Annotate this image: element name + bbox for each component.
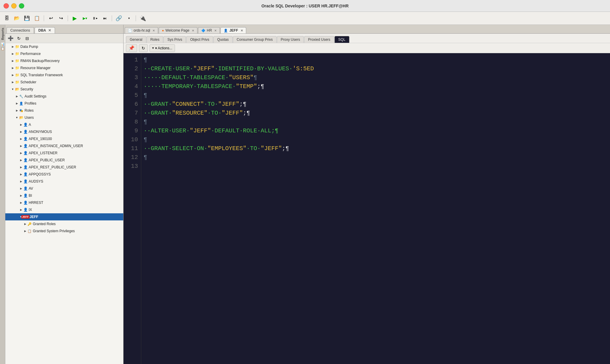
tree-item-performance[interactable]: ▶ 📁 Performance <box>5 50 123 57</box>
label-user-a: A <box>29 123 31 127</box>
jeff-close[interactable]: ✕ <box>241 29 243 32</box>
maximize-button[interactable] <box>19 3 24 9</box>
code-content[interactable]: ¶ ··CREATE·USER·"JEFF"·IDENTIFIED·BY·VAL… <box>141 53 610 364</box>
tree-item-sql-translator[interactable]: ▶ 📁 SQL Translator Framework <box>5 72 123 79</box>
tree-item-jeff[interactable]: ▼ JEFF JEFF <box>5 213 123 220</box>
save-button[interactable]: 💾 <box>22 14 31 22</box>
welcome-icon: ● <box>162 29 164 32</box>
add-btn[interactable]: ➕ <box>7 35 14 42</box>
welcome-close[interactable]: ✕ <box>192 29 194 32</box>
conn-drop-btn[interactable]: ▾ <box>124 14 133 22</box>
arrow-ix: ▶ <box>19 208 23 212</box>
code-tok-6-5: ;¶ <box>239 100 246 109</box>
pilcrow-5: ¶ <box>144 91 147 100</box>
folder-icon-rman: 📁 <box>15 58 20 63</box>
tree-item-profiles[interactable]: ▶ 👤 Profiles <box>5 100 123 107</box>
code-tok-9-3: ·DEFAULT·ROLE·ALL;¶ <box>211 126 278 135</box>
tab-jeff[interactable]: 👤 JEFF ✕ <box>220 27 246 33</box>
ext-button[interactable]: 🔌 <box>138 14 147 22</box>
code-line-11: ··GRANT·SELECT·ON·"EMPLOYEES"·TO·"JEFF";… <box>144 144 608 153</box>
tree-item-resource-manager[interactable]: ▶ 📁 Resource Manager <box>5 64 123 72</box>
tab-consumer-group[interactable]: Consumer Group Privs <box>233 36 277 43</box>
tab-dba[interactable]: DBA ✕ <box>35 27 55 33</box>
tab-connections[interactable]: Connections <box>7 27 34 33</box>
step-btn[interactable]: ⏸▶ <box>90 14 99 22</box>
refresh-btn[interactable]: ↻ <box>15 35 22 42</box>
label-profiles: Profiles <box>25 101 36 105</box>
tab-general[interactable]: General <box>126 36 146 43</box>
tree-item-apex190100[interactable]: ▶ 👤 APEX_190100 <box>5 135 123 142</box>
tab-proxied-users[interactable]: Proxied Users <box>304 36 334 43</box>
close-button[interactable] <box>4 3 9 9</box>
code-line-3: ·····DEFAULT·TABLESPACE·"USERS"¶ <box>144 73 608 82</box>
new-button[interactable]: 🗄 <box>2 14 11 22</box>
code-tok-9-2: "JEFF" <box>190 126 211 135</box>
tree-item-users[interactable]: ▼ 📂 Users <box>5 114 123 121</box>
tree-item-bi[interactable]: ▶ 👤 BI <box>5 192 123 199</box>
tab-proxy-users[interactable]: Proxy Users <box>277 36 304 43</box>
refresh-button[interactable]: ↻ <box>139 44 148 52</box>
open-button[interactable]: 📂 <box>12 14 21 22</box>
tree-item-granted-sys[interactable]: ▶ 📋 Granted System Privileges <box>5 228 123 235</box>
tree-container[interactable]: ▶ 📁 Data Pump ▶ 📁 Performance ▶ 📁 RMAN B… <box>5 43 123 364</box>
line-num-5: 5 <box>124 91 141 100</box>
run-with-btn[interactable]: ▶▾ <box>80 14 89 22</box>
code-tok-4-1: ·····TEMPORARY·TABLESPACE· <box>144 82 236 91</box>
left-panel: Connections DBA ✕ ➕ ↻ ⊟ ▶ 📁 Data Pump ▶ <box>5 25 124 364</box>
save-all-button[interactable]: 📋 <box>33 14 41 22</box>
arrow-rman: ▶ <box>11 59 15 63</box>
tab-object-privs[interactable]: Object Privs <box>186 36 213 43</box>
label-scheduler: Scheduler <box>20 80 36 84</box>
tree-item-audsys[interactable]: ▶ 👤 AUDSYS <box>5 178 123 185</box>
tree-item-user-a[interactable]: ▶ 👤 A <box>5 121 123 128</box>
tab-sql[interactable]: SQL <box>335 36 349 43</box>
tree-item-apex-public[interactable]: ▶ 👤 APEX_PUBLIC_USER <box>5 157 123 164</box>
tree-item-security[interactable]: ▼ 📂 Security <box>5 86 123 93</box>
collapse-btn[interactable]: ⊟ <box>24 35 31 42</box>
tab-hr[interactable]: 🔷 HR ✕ <box>198 27 220 33</box>
folder-icon-data-pump: 📁 <box>15 44 20 49</box>
tab-ords[interactable]: 📄 ords-hr.sql ✕ <box>125 27 158 33</box>
tree-item-av[interactable]: ▶ 👤 AV <box>5 185 123 192</box>
conn-button[interactable]: 🔗 <box>114 14 123 22</box>
code-tok-9-1: ··ALTER·USER· <box>144 126 190 135</box>
tree-item-granted-roles[interactable]: ▶ 🔑 Granted Roles <box>5 220 123 228</box>
tab-dba-close[interactable]: ✕ <box>48 28 51 32</box>
code-tok-6-2: "CONNECT" <box>172 100 204 109</box>
tree-item-scheduler[interactable]: ▶ 📁 Scheduler <box>5 79 123 86</box>
tab-welcome[interactable]: ● Welcome Page ✕ <box>159 27 197 33</box>
tab-roles[interactable]: Roles <box>147 36 163 43</box>
tree-item-rman[interactable]: ▶ 📁 RMAN Backup/Recovery <box>5 57 123 64</box>
tree-item-hrrest[interactable]: ▶ 👤 HRREST <box>5 199 123 206</box>
tab-quotas[interactable]: Quotas <box>213 36 233 43</box>
label-audit: Audit Settings <box>25 94 46 98</box>
tree-item-apex-listener[interactable]: ▶ 👤 APEX_LISTENER <box>5 150 123 157</box>
code-editor[interactable]: 1 2 3 4 5 6 7 8 9 10 11 12 13 ¶ <box>124 53 610 364</box>
tree-item-data-pump[interactable]: ▶ 📁 Data Pump <box>5 43 123 50</box>
tree-item-apex-instance[interactable]: ▶ 👤 APEX_INSTANCE_ADMIN_USER <box>5 142 123 150</box>
redo-button[interactable]: ↪ <box>56 14 65 22</box>
arrow-apex-rest: ▶ <box>19 165 23 169</box>
code-tok-11-2: "EMPLOYEES" <box>207 144 246 153</box>
minimize-button[interactable] <box>11 3 17 9</box>
user-icon-hrrest: 👤 <box>23 200 28 205</box>
tree-item-apex-rest[interactable]: ▶ 👤 APEX_REST_PUBLIC_USER <box>5 164 123 171</box>
ords-close[interactable]: ✕ <box>152 29 155 32</box>
hr-close[interactable]: ✕ <box>214 29 217 32</box>
arrow-user-a: ▶ <box>19 123 23 127</box>
tree-item-audit[interactable]: ▶ 🔧 Audit Settings <box>5 93 123 100</box>
hr-icon: 🔷 <box>201 29 205 32</box>
pin-button[interactable]: 📌 <box>126 44 137 52</box>
tab-sys-privs[interactable]: Sys Privs <box>163 36 186 43</box>
arrow-av: ▶ <box>19 186 23 191</box>
run-button[interactable]: ▶ <box>70 14 79 22</box>
title-bar: Oracle SQL Developer : USER HR.JEFF@HR <box>0 0 610 12</box>
tree-item-anonymous[interactable]: ▶ 👤 ANONYMOUS <box>5 128 123 135</box>
tree-item-ix[interactable]: ▶ 👤 IX <box>5 206 123 213</box>
tree-item-appqossys[interactable]: ▶ 👤 APPQOSSYS <box>5 171 123 178</box>
reports-label[interactable]: Reports <box>1 28 4 40</box>
undo-button[interactable]: ↩ <box>46 14 55 22</box>
tree-item-roles[interactable]: ▶ 🎭 Roles <box>5 107 123 114</box>
actions-button[interactable]: ▾ ▾ Actions... <box>150 44 175 52</box>
step2-btn[interactable]: ⏭ <box>100 14 109 22</box>
